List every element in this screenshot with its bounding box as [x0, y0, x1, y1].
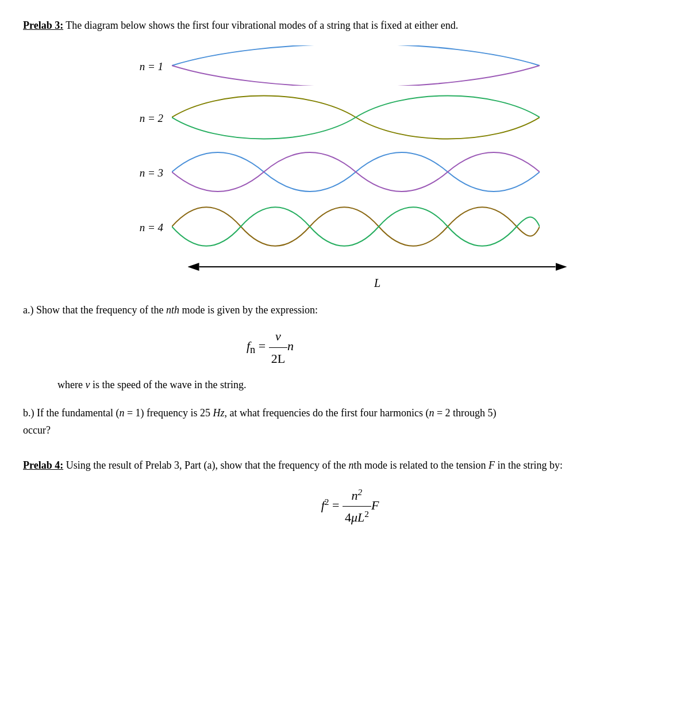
mode-row-4: n = 4 [126, 204, 574, 252]
prelab3-label: Prelab 3: [23, 20, 63, 31]
vibrational-modes-diagram: n = 1 n = 2 n = 3 [126, 45, 574, 290]
length-arrow [180, 258, 574, 275]
mode-svg-1 [172, 45, 574, 89]
prelab4-text: Prelab 4: Using the result of Prelab 3, … [23, 457, 677, 474]
question-b-text: b.) If the fundamental (n = 1) frequency… [23, 404, 517, 439]
prelab3-intro: The diagram below shows the first four v… [63, 20, 458, 31]
mode-row-1: n = 1 [126, 45, 574, 89]
question-b: b.) If the fundamental (n = 1) frequency… [23, 404, 517, 439]
length-arrow-row [126, 258, 574, 275]
mode-label-1: n = 1 [126, 60, 172, 73]
prelab4-section: Prelab 4: Using the result of Prelab 3, … [23, 457, 677, 528]
f2-equation: f2 = n24μL2F [23, 485, 677, 528]
questions-section: a.) Show that the frequency of the nth m… [23, 301, 517, 439]
mode-svg-4 [172, 204, 574, 252]
mode-label-4: n = 4 [126, 221, 172, 234]
fn-fraction: v2L [269, 325, 287, 369]
prelab4-label: Prelab 4: [23, 459, 63, 471]
fn-equation: fn = v2Ln [23, 325, 517, 369]
mode-svg-3 [172, 149, 574, 198]
mode-label-3: n = 3 [126, 167, 172, 179]
L-label: L [126, 277, 574, 290]
mode-row-2: n = 2 [126, 94, 574, 143]
mode-svg-2 [172, 94, 574, 143]
f2-fraction: n24μL2 [343, 485, 371, 528]
question-a-text: a.) Show that the frequency of the nth m… [23, 301, 517, 319]
mode-row-3: n = 3 [126, 149, 574, 198]
intro-paragraph: Prelab 3: The diagram below shows the fi… [23, 17, 540, 34]
mode-label-2: n = 2 [126, 112, 172, 125]
where-text: where v is the speed of the wave in the … [23, 376, 517, 394]
question-a: a.) Show that the frequency of the nth m… [23, 301, 517, 394]
